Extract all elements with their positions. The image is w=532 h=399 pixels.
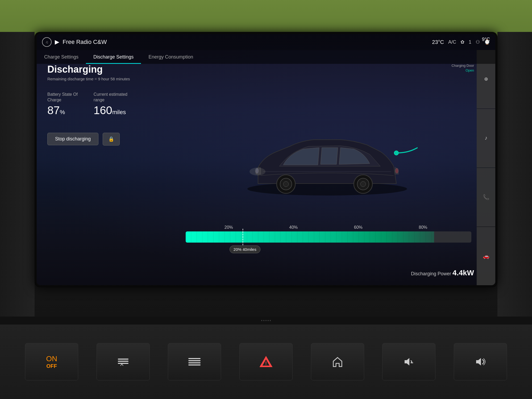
stop-discharging-button[interactable]: Stop discharging	[47, 133, 98, 145]
hardware-buttons: ON OFF !	[0, 338, 532, 386]
power-value: 4.4kW	[452, 269, 474, 277]
ac-label: A/C	[448, 39, 456, 45]
action-buttons: Stop discharging 🔒	[47, 133, 180, 146]
hazard-button[interactable]: !	[239, 343, 293, 380]
marker-20: 20%	[225, 225, 233, 230]
bottom-buttons-bar: ON OFF !	[0, 325, 532, 399]
onoff-button[interactable]: ON OFF	[25, 343, 78, 380]
svg-rect-13	[118, 363, 128, 364]
battery-section: 20% 40% 60% 80% 20% 40miles	[180, 225, 477, 243]
top-status-bar: ♫ ▶ Free Radio C&W 23°C A/C ✿ 1 ⚇ ⌚ 9°C	[37, 34, 495, 50]
screen-bezel: ♫ ▶ Free Radio C&W 23°C A/C ✿ 1 ⚇ ⌚ 9°C …	[35, 32, 497, 287]
range-unit: miles	[112, 109, 126, 115]
side-btn-music[interactable]: ♪	[477, 109, 495, 167]
outside-temp: 9°C	[482, 37, 490, 42]
rear-defrost-left-icon	[117, 356, 130, 367]
stats-row: Battery State OfCharge 87% Current estim…	[47, 92, 180, 117]
fan-speed: 1	[469, 39, 471, 45]
car-container: Charging Door Open	[175, 61, 479, 280]
marker-60: 60%	[354, 225, 363, 230]
volume-down-icon	[403, 357, 415, 367]
status-icons: 23°C A/C ✿ 1 ⚇ ⌚	[432, 39, 490, 45]
rear-defrost-left-button[interactable]	[97, 343, 150, 380]
svg-point-10	[250, 168, 265, 176]
temperature-display: 23°C	[432, 39, 444, 45]
svg-rect-16	[188, 362, 201, 363]
music-icon: ♫	[45, 40, 48, 44]
volume-up-button[interactable]	[454, 343, 507, 380]
left-info-panel: Discharging Remaining discharge time = 9…	[47, 64, 180, 285]
media-icon: ♫	[42, 37, 52, 47]
onoff-icon: ON	[46, 355, 57, 363]
range-value: 160miles	[94, 104, 127, 117]
rear-defrost-icon	[188, 356, 201, 367]
car-svg	[237, 125, 418, 200]
svg-point-8	[360, 181, 366, 187]
battery-bar: 20% 40miles	[186, 231, 471, 243]
svg-point-0	[247, 182, 407, 196]
battery-stat: Battery State OfCharge 87%	[47, 92, 78, 117]
side-buttons: ⊕ ♪ 📞 🚗	[477, 50, 495, 285]
tab-energy-consumption[interactable]: Energy Consumption	[141, 51, 201, 64]
volume-up-icon	[475, 357, 486, 367]
bluetooth-icon: ⚇	[476, 39, 480, 45]
volume-down-button[interactable]	[382, 343, 435, 380]
discharging-power: Discharging Power 4.4kW	[411, 269, 474, 277]
tab-charge-settings[interactable]: Charge Settings	[37, 51, 86, 64]
svg-point-5	[283, 181, 289, 187]
radio-station[interactable]: ▶ Free Radio C&W	[55, 39, 107, 45]
play-icon: ▶	[55, 39, 59, 45]
screen-display: ♫ ▶ Free Radio C&W 23°C A/C ✿ 1 ⚇ ⌚ 9°C …	[37, 34, 495, 285]
svg-rect-17	[188, 364, 201, 365]
tab-discharge-settings[interactable]: Discharge Settings	[86, 51, 141, 64]
onoff-label: OFF	[46, 363, 57, 369]
battery-fill	[186, 231, 434, 243]
svg-rect-12	[118, 361, 128, 362]
tabs-bar: Charge Settings Discharge Settings Energ…	[37, 50, 495, 64]
svg-rect-11	[118, 359, 128, 360]
bottom-strip	[0, 317, 532, 325]
left-bezel	[0, 32, 35, 325]
battery-markers: 20% 40% 60% 80%	[180, 225, 477, 230]
discharging-title: Discharging	[47, 64, 180, 75]
car-visualization-panel: Charging Door Open	[175, 61, 479, 280]
svg-text:!: !	[265, 361, 267, 366]
svg-point-2	[395, 168, 398, 173]
rear-defrost-button[interactable]	[168, 343, 221, 380]
range-label: Current estimatedrange	[94, 92, 127, 103]
discharging-subtitle: Remaining discharge time = 9 hour 58 min…	[47, 77, 180, 81]
fan-icon: ✿	[460, 39, 464, 45]
battery-value: 87%	[47, 104, 78, 117]
home-button[interactable]	[311, 343, 364, 380]
battery-tooltip: 20% 40miles	[230, 246, 260, 253]
battery-threshold-line	[243, 229, 243, 245]
marker-40: 40%	[289, 225, 298, 230]
lock-button[interactable]: 🔒	[103, 133, 120, 146]
hazard-icon: !	[259, 356, 273, 368]
svg-rect-14	[188, 358, 201, 359]
right-bezel	[497, 32, 532, 325]
battery-label: Battery State OfCharge	[47, 92, 78, 103]
marker-80: 80%	[419, 225, 427, 230]
range-stat: Current estimatedrange 160miles	[94, 92, 127, 117]
side-btn-phone[interactable]: 📞	[477, 168, 495, 226]
home-icon	[332, 356, 343, 368]
svg-rect-15	[188, 360, 201, 361]
side-btn-car[interactable]: 🚗	[477, 227, 495, 285]
